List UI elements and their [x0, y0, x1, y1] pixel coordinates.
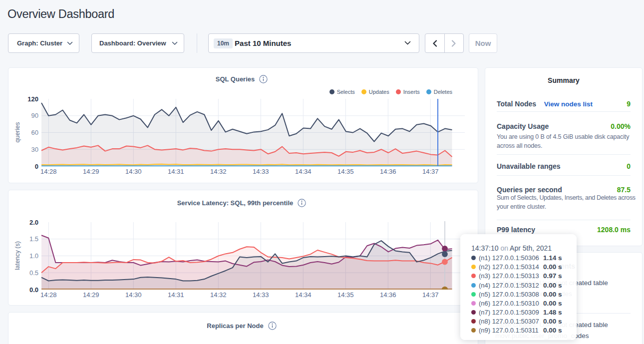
svg-text:queries: queries: [14, 122, 21, 143]
svg-text:0: 0: [35, 163, 38, 170]
svg-text:2.0: 2.0: [29, 219, 38, 226]
svg-text:14:35: 14:35: [337, 291, 354, 299]
svg-text:14:37: 14:37: [422, 291, 439, 299]
svg-text:0.5: 0.5: [29, 269, 38, 277]
svg-text:14:33: 14:33: [253, 168, 269, 175]
svg-text:14:31: 14:31: [168, 291, 184, 299]
svg-text:14:36: 14:36: [380, 291, 396, 299]
svg-text:14:31: 14:31: [168, 168, 184, 175]
svg-text:14:32: 14:32: [210, 168, 227, 175]
svg-text:1.5: 1.5: [29, 235, 38, 243]
svg-text:0.0: 0.0: [29, 286, 38, 294]
svg-text:1.0: 1.0: [29, 252, 38, 260]
svg-text:14:28: 14:28: [40, 168, 57, 175]
svg-text:14:29: 14:29: [83, 168, 99, 175]
svg-text:14:34: 14:34: [295, 168, 312, 175]
svg-text:30: 30: [31, 146, 38, 153]
svg-text:14:28: 14:28: [40, 291, 57, 299]
svg-text:14:34: 14:34: [295, 291, 312, 299]
svg-text:120: 120: [27, 95, 38, 103]
svg-text:14:32: 14:32: [210, 291, 227, 299]
svg-text:14:30: 14:30: [125, 291, 142, 299]
svg-text:14:35: 14:35: [337, 168, 354, 175]
svg-text:14:30: 14:30: [125, 168, 142, 175]
svg-text:14:36: 14:36: [380, 168, 396, 175]
svg-text:14:37: 14:37: [422, 168, 439, 175]
svg-text:14:29: 14:29: [83, 291, 99, 299]
svg-text:60: 60: [31, 129, 38, 136]
svg-text:latency (s): latency (s): [14, 241, 21, 270]
svg-text:14:33: 14:33: [253, 291, 269, 299]
svg-text:90: 90: [31, 112, 38, 119]
